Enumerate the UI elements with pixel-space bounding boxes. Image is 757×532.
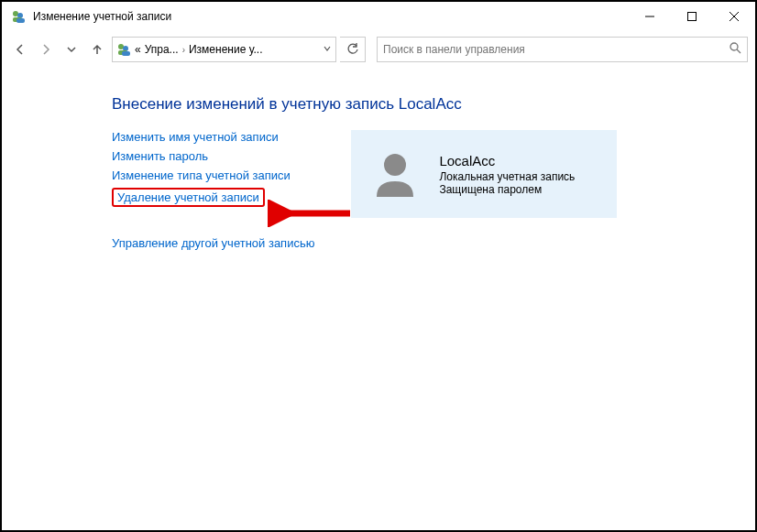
svg-rect-11 <box>122 51 130 56</box>
account-card: LocalAcc Локальная учетная запись Защище… <box>351 130 617 218</box>
svg-rect-5 <box>688 13 697 21</box>
window-title: Изменение учетной записи <box>33 10 629 23</box>
page-title: Внесение изменений в учетную запись Loca… <box>112 95 755 114</box>
back-button[interactable] <box>9 38 31 60</box>
avatar-icon <box>368 147 422 201</box>
users-icon <box>116 42 131 57</box>
titlebar: Изменение учетной записи <box>2 2 755 31</box>
maximize-button[interactable] <box>671 2 713 31</box>
link-password[interactable]: Изменить пароль <box>112 149 314 163</box>
address-bar[interactable]: « Упра... › Изменение у... <box>112 37 336 62</box>
account-protection: Защищена паролем <box>439 183 575 196</box>
up-button[interactable] <box>86 38 108 60</box>
recent-dropdown[interactable] <box>60 38 82 60</box>
account-name: LocalAcc <box>439 153 575 168</box>
account-type: Локальная учетная запись <box>439 170 575 183</box>
svg-line-13 <box>737 49 741 53</box>
refresh-button[interactable] <box>340 37 366 62</box>
action-links: Изменить имя учетной записи Изменить пар… <box>112 130 314 250</box>
breadcrumb-part2[interactable]: Изменение у... <box>189 43 263 56</box>
svg-point-15 <box>384 154 406 176</box>
window-controls <box>629 2 755 31</box>
svg-rect-3 <box>16 18 25 23</box>
address-dropdown[interactable] <box>323 43 332 56</box>
account-info: LocalAcc Локальная учетная запись Защище… <box>439 153 575 196</box>
toolbar: « Упра... › Изменение у... Поиск в панел… <box>2 31 755 68</box>
search-box[interactable]: Поиск в панели управления <box>377 37 748 62</box>
chevron-right-icon[interactable]: › <box>182 45 185 55</box>
app-icon <box>11 9 26 24</box>
svg-point-12 <box>730 43 738 50</box>
minimize-button[interactable] <box>629 2 671 31</box>
content-area: Внесение изменений в учетную запись Loca… <box>2 68 755 250</box>
link-type[interactable]: Изменение типа учетной записи <box>112 168 314 182</box>
close-button[interactable] <box>713 2 755 31</box>
breadcrumb-prefix: « <box>135 43 141 56</box>
search-placeholder: Поиск в панели управления <box>383 43 730 56</box>
link-delete[interactable]: Удаление учетной записи <box>112 188 265 207</box>
breadcrumb-part1[interactable]: Упра... <box>145 43 179 56</box>
forward-button[interactable] <box>35 38 57 60</box>
link-rename[interactable]: Изменить имя учетной записи <box>112 130 314 144</box>
link-other[interactable]: Управление другой учетной записью <box>112 236 314 250</box>
search-icon <box>730 42 741 57</box>
